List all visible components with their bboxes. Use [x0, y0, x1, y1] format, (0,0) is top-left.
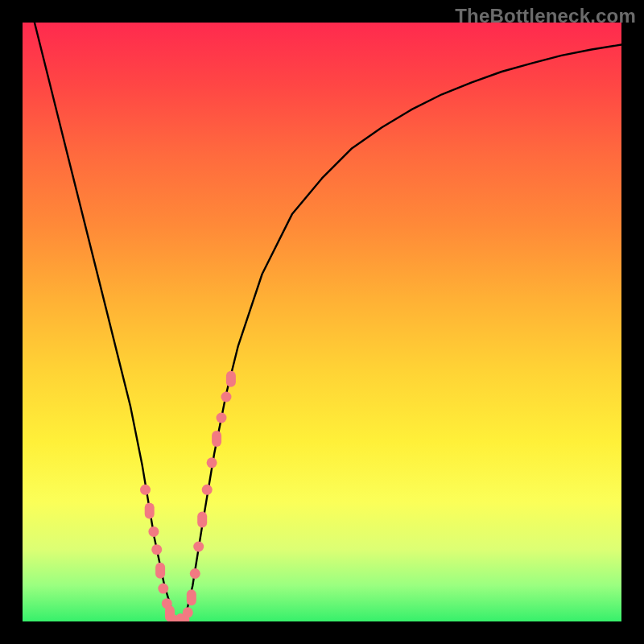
marker-capsule: [197, 512, 207, 528]
chart-svg: [23, 23, 621, 621]
marker-capsule: [145, 502, 155, 518]
marker-dot: [183, 607, 193, 617]
marker-capsule: [226, 371, 236, 387]
marker-capsule: [212, 431, 221, 447]
marker-dot: [221, 392, 232, 402]
marker-dot: [207, 457, 217, 468]
marker-dot: [193, 542, 204, 552]
bottleneck-curve: [35, 23, 621, 621]
marker-dot: [140, 485, 151, 495]
marker-dot: [202, 485, 213, 495]
marker-capsule: [155, 563, 165, 579]
marker-dot: [217, 413, 227, 423]
plot-area: [23, 23, 621, 621]
marker-dot: [158, 584, 168, 594]
marker-dot: [151, 544, 162, 555]
marker-dot: [148, 526, 159, 537]
marker-dot: [190, 568, 200, 579]
marker-capsule: [187, 589, 196, 605]
highlight-markers: [140, 371, 236, 621]
chart-frame: TheBottleneck.com: [0, 0, 644, 644]
